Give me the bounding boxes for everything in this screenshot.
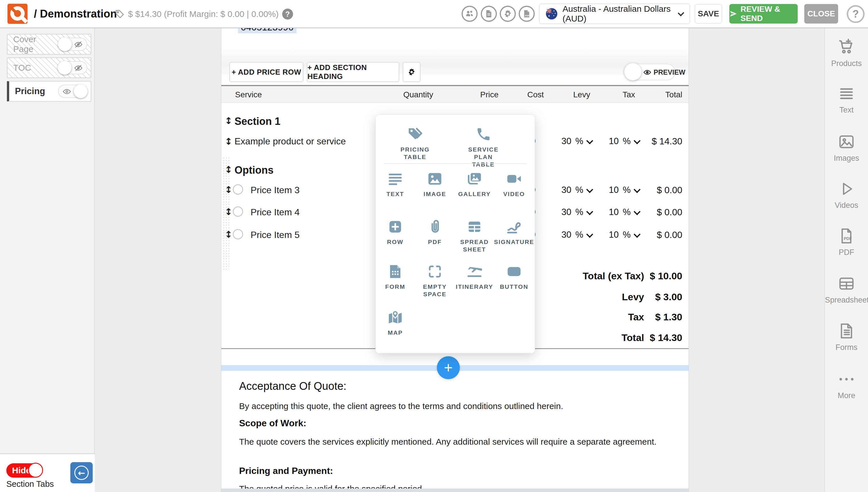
tax-select[interactable]: 10%	[609, 185, 640, 195]
cover-page-visibility-toggle[interactable]	[58, 38, 87, 51]
drag-handle-icon[interactable]: ↕	[225, 229, 232, 240]
file-pdf-icon: PDF	[838, 227, 855, 245]
popup-item-text[interactable]: TEXT	[374, 170, 417, 198]
row-total: $ 14.30	[651, 136, 682, 147]
col-tax: Tax	[623, 90, 635, 99]
popup-item-row[interactable]: ROW	[374, 218, 417, 246]
popup-item-signature[interactable]: SIGNATURE	[493, 218, 536, 246]
export-pdf-button[interactable]: PDF	[519, 6, 535, 22]
section-label: Pricing	[15, 86, 45, 96]
popup-item-pricing-table[interactable]: PRICING TABLE	[394, 126, 437, 161]
review-send-button[interactable]: REVIEW & SEND	[729, 4, 798, 24]
help-button[interactable]: ?	[847, 5, 865, 23]
popup-item-video[interactable]: VIDEO	[493, 170, 536, 198]
signature-icon	[493, 218, 536, 236]
app-logo-icon[interactable]	[7, 4, 28, 24]
popup-item-pdf[interactable]: PDF	[413, 218, 456, 246]
col-cost: Cost	[527, 90, 544, 99]
notes-button[interactable]	[481, 6, 497, 22]
rail-item-images[interactable]: Images	[825, 133, 868, 163]
sidebar-item-pricing[interactable]: Pricing	[7, 81, 91, 102]
terms-heading[interactable]: Acceptance Of Quote:	[239, 380, 346, 392]
service-name[interactable]: Example product or service	[234, 136, 346, 147]
levy-select[interactable]: 30%	[562, 207, 592, 217]
drag-handle-icon[interactable]: ↕	[225, 184, 232, 195]
levy-select[interactable]: 30%	[562, 185, 592, 195]
option-radio[interactable]	[233, 206, 243, 217]
total-ex-tax-value: $ 10.00	[650, 270, 682, 281]
service-name[interactable]: Price Item 5	[251, 230, 300, 240]
tax-select[interactable]: 10%	[609, 207, 640, 217]
tax-select[interactable]: 10%	[609, 136, 640, 146]
scope-paragraph[interactable]: The quote covers the services explicitly…	[239, 436, 656, 448]
popup-item-empty-space[interactable]: EMPTY SPACE	[413, 263, 456, 298]
file-pdf-icon: PDF	[522, 9, 531, 18]
quote-title[interactable]: / Demonstration	[34, 8, 117, 20]
terms-paragraph[interactable]: By accepting this quote, the client agre…	[239, 400, 563, 412]
pricing-settings-button[interactable]	[403, 62, 421, 82]
tax-total-value: $ 1.30	[655, 312, 682, 323]
sidebar-item-cover-page[interactable]: Cover Page	[7, 34, 91, 54]
sidebar-item-toc[interactable]: TOC	[7, 57, 91, 78]
contacts-button[interactable]	[462, 6, 478, 22]
rail-item-products[interactable]: Products	[825, 38, 868, 68]
text-lines-icon	[838, 85, 855, 102]
col-quantity: Quantity	[403, 90, 433, 99]
text-icon	[374, 170, 417, 188]
tax-select[interactable]: 10%	[609, 230, 640, 240]
content-rail: Products Text Images Videos PDF PDF Spre…	[824, 28, 868, 492]
service-name[interactable]: Price Item 3	[251, 185, 300, 195]
section-heading[interactable]: Section 1	[234, 115, 280, 127]
add-price-row-button[interactable]: + ADD PRICE ROW	[229, 62, 303, 82]
levy-select[interactable]: 30%	[562, 230, 592, 240]
drag-handle-icon[interactable]: ↕	[225, 136, 232, 147]
rail-item-text[interactable]: Text	[825, 85, 868, 115]
drag-handle-icon[interactable]: ↕	[225, 164, 232, 175]
col-total: Total	[665, 90, 682, 99]
popup-item-service-plan-table[interactable]: SERVICE PLAN TABLE	[462, 126, 505, 168]
total-ex-tax-label: Total (ex Tax)	[583, 270, 644, 281]
chevron-down-icon	[634, 208, 641, 215]
settings-button[interactable]	[500, 6, 516, 22]
close-button[interactable]: CLOSE	[804, 4, 838, 24]
popup-item-itinerary[interactable]: ITINERARY	[453, 263, 496, 291]
margin-help-icon[interactable]: ?	[282, 8, 293, 20]
hide-section-tabs-toggle[interactable]: Hide	[6, 463, 42, 478]
preview-toggle[interactable]: PREVIEW	[625, 64, 675, 80]
add-section-heading-button[interactable]: + ADD SECTION HEADING	[307, 62, 399, 82]
drag-handle-icon[interactable]: ↕	[225, 115, 232, 126]
pricing-payment-heading[interactable]: Pricing and Payment:	[239, 466, 333, 476]
options-heading[interactable]: Options	[234, 164, 274, 176]
option-radio[interactable]	[233, 184, 243, 195]
spreadsheet-icon	[453, 218, 496, 236]
chevron-down-icon	[634, 137, 641, 144]
popup-item-button[interactable]: BUTTON	[493, 263, 536, 291]
popup-item-form[interactable]: FORM	[374, 263, 417, 291]
collapse-sidebar-button[interactable]: ←	[70, 462, 93, 484]
rail-item-spreadsheet[interactable]: Spreadsheet	[825, 275, 868, 304]
eye-icon	[643, 68, 651, 76]
rail-item-more[interactable]: More	[825, 373, 868, 400]
drag-handle-icon[interactable]: ↕	[225, 206, 232, 217]
document-icon	[485, 9, 493, 18]
service-name[interactable]: Price Item 4	[251, 207, 300, 218]
popup-divider	[384, 163, 527, 164]
page-bottom-strip	[221, 489, 689, 492]
popup-item-spreadsheet[interactable]: SPREAD SHEET	[453, 218, 496, 253]
popup-item-map[interactable]: MAP	[374, 309, 417, 337]
pricing-table-icon	[394, 126, 437, 143]
popup-item-gallery[interactable]: GALLERY	[453, 170, 496, 198]
insert-block-button[interactable]: +	[437, 356, 460, 379]
popup-item-image[interactable]: IMAGE	[413, 170, 456, 198]
currency-select[interactable]: Australia - Australian Dollars (AUD)	[539, 3, 690, 24]
save-button[interactable]: SAVE	[695, 4, 722, 24]
scope-heading[interactable]: Scope of Work:	[239, 418, 306, 428]
rail-item-videos[interactable]: Videos	[825, 180, 868, 210]
levy-select[interactable]: 30%	[562, 136, 592, 146]
rail-item-pdf[interactable]: PDF PDF	[825, 227, 868, 257]
option-radio[interactable]	[233, 229, 243, 239]
toc-visibility-toggle[interactable]	[58, 61, 87, 74]
pricing-visibility-toggle[interactable]	[58, 85, 87, 98]
rail-item-forms[interactable]: Forms	[825, 322, 868, 352]
profit-margin-text: $ $14.30 (Profit Margin: $ 0.00 | 0.00%)	[128, 9, 279, 19]
